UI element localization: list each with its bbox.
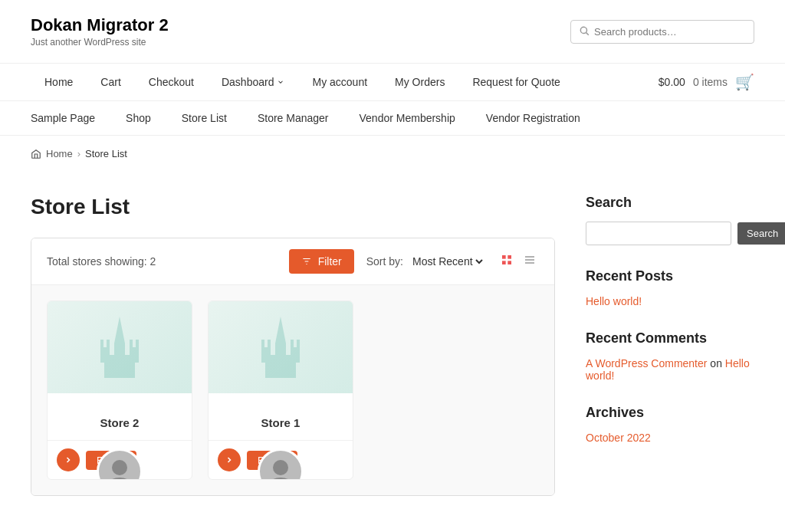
filter-button[interactable]: Filter bbox=[289, 249, 354, 274]
store-list-toolbar: Total stores showing: 2 Filter Sort by: … bbox=[31, 238, 554, 285]
svg-rect-15 bbox=[100, 340, 103, 350]
content-area: Store List Total stores showing: 2 Filte… bbox=[31, 195, 555, 496]
nav-store-manager[interactable]: Store Manager bbox=[242, 101, 344, 135]
nav-my-account[interactable]: My account bbox=[298, 64, 381, 100]
grid-view-toggle[interactable] bbox=[498, 252, 516, 271]
nav-cart[interactable]: Cart bbox=[87, 64, 134, 100]
svg-rect-30 bbox=[275, 343, 286, 378]
sidebar-comment-item: A WordPress Commenter on Hello world! bbox=[586, 357, 754, 382]
secondary-nav: Sample Page Shop Store List Store Manage… bbox=[0, 101, 785, 136]
primary-nav: Home Cart Checkout Dashboard My account … bbox=[0, 64, 785, 101]
store-name: Store 1 bbox=[218, 416, 343, 429]
svg-rect-7 bbox=[502, 261, 506, 264]
sidebar-recent-comments-title: Recent Comments bbox=[586, 330, 754, 346]
nav-my-orders[interactable]: My Orders bbox=[381, 64, 458, 100]
svg-rect-8 bbox=[507, 261, 511, 264]
sidebar-recent-comments: Recent Comments A WordPress Commenter on… bbox=[586, 330, 754, 382]
sidebar-search-input[interactable] bbox=[586, 222, 731, 245]
site-header: Dokan Migrator 2 Just another WordPress … bbox=[0, 0, 785, 64]
list-view-toggle[interactable] bbox=[521, 252, 539, 271]
svg-rect-16 bbox=[107, 340, 110, 350]
store-count: Total stores showing: 2 bbox=[47, 255, 277, 268]
svg-marker-31 bbox=[275, 317, 286, 343]
cart-count: 0 items bbox=[693, 76, 728, 88]
svg-point-21 bbox=[112, 460, 127, 475]
store-arrow-button[interactable] bbox=[57, 448, 80, 471]
svg-point-32 bbox=[273, 460, 288, 475]
sidebar: Search Search Recent Posts Hello world! … bbox=[586, 195, 754, 496]
sidebar-recent-posts: Recent Posts Hello world! bbox=[586, 268, 754, 307]
site-title: Dokan Migrator 2 bbox=[31, 15, 169, 35]
sidebar-recent-posts-title: Recent Posts bbox=[586, 268, 754, 284]
store-list-container: Total stores showing: 2 Filter Sort by: … bbox=[31, 238, 555, 496]
breadcrumb-home[interactable]: Home bbox=[46, 148, 73, 159]
svg-point-33 bbox=[268, 478, 293, 480]
store-card: Store 2 Follow bbox=[47, 300, 192, 480]
nav-home[interactable]: Home bbox=[31, 64, 87, 100]
filter-icon bbox=[301, 256, 312, 267]
chevron-down-icon bbox=[277, 78, 284, 86]
sidebar-archives-title: Archives bbox=[586, 405, 754, 421]
svg-point-0 bbox=[580, 27, 586, 33]
svg-rect-18 bbox=[136, 340, 139, 350]
cart-price: $0.00 bbox=[659, 76, 685, 88]
sidebar-commenter-link[interactable]: A WordPress Commenter bbox=[586, 357, 707, 369]
svg-rect-27 bbox=[268, 340, 271, 350]
sort-area: Sort by: Most Recent bbox=[366, 255, 485, 268]
store-cards: Store 2 Follow bbox=[31, 285, 554, 495]
sort-select[interactable]: Most Recent bbox=[409, 255, 485, 268]
sidebar-recent-post-link[interactable]: Hello world! bbox=[586, 295, 754, 307]
store-card-banner bbox=[209, 301, 353, 393]
breadcrumb-separator: › bbox=[77, 148, 80, 159]
castle-decoration-icon bbox=[242, 309, 319, 386]
store-card: Store 1 Follow bbox=[208, 300, 353, 480]
site-branding: Dokan Migrator 2 Just another WordPress … bbox=[31, 15, 169, 48]
svg-marker-20 bbox=[114, 317, 125, 343]
svg-rect-26 bbox=[261, 340, 264, 350]
sidebar-archive-link[interactable]: October 2022 bbox=[586, 432, 754, 444]
view-toggles bbox=[498, 252, 539, 271]
sidebar-search-form: Search bbox=[586, 222, 754, 245]
store-name: Store 2 bbox=[57, 416, 182, 429]
search-icon bbox=[579, 25, 590, 38]
nav-checkout[interactable]: Checkout bbox=[135, 64, 208, 100]
cart-area: $0.00 0 items 🛒 bbox=[659, 73, 754, 91]
store-card-body: Store 1 bbox=[209, 393, 353, 440]
sidebar-archives: Archives October 2022 bbox=[586, 405, 754, 444]
nav-sample-page[interactable]: Sample Page bbox=[31, 101, 110, 135]
page-title: Store List bbox=[31, 195, 555, 219]
store-arrow-button[interactable] bbox=[218, 448, 241, 471]
nav-vendor-membership[interactable]: Vendor Membership bbox=[344, 101, 471, 135]
svg-point-22 bbox=[107, 478, 132, 480]
svg-rect-5 bbox=[502, 255, 506, 259]
site-tagline: Just another WordPress site bbox=[31, 37, 169, 48]
header-search-input[interactable] bbox=[594, 26, 746, 38]
breadcrumb: Home › Store List bbox=[0, 136, 785, 172]
svg-rect-17 bbox=[130, 340, 133, 350]
svg-rect-19 bbox=[114, 343, 125, 378]
header-search-form bbox=[570, 20, 754, 44]
nav-store-list[interactable]: Store List bbox=[166, 101, 242, 135]
sidebar-search-section: Search Search bbox=[586, 195, 754, 245]
castle-decoration-icon bbox=[81, 309, 158, 386]
sidebar-search-button[interactable]: Search bbox=[737, 222, 785, 245]
arrow-right-icon bbox=[64, 455, 73, 465]
list-icon bbox=[524, 254, 536, 266]
home-icon bbox=[31, 149, 41, 159]
main-content: Store List Total stores showing: 2 Filte… bbox=[0, 172, 785, 519]
svg-line-1 bbox=[586, 32, 589, 34]
svg-rect-28 bbox=[291, 340, 294, 350]
svg-rect-29 bbox=[297, 340, 300, 350]
nav-shop[interactable]: Shop bbox=[110, 101, 166, 135]
nav-dashboard[interactable]: Dashboard bbox=[208, 64, 299, 100]
nav-vendor-registration[interactable]: Vendor Registration bbox=[471, 101, 596, 135]
grid-icon bbox=[501, 254, 513, 266]
arrow-right-icon bbox=[225, 455, 234, 465]
svg-rect-6 bbox=[507, 255, 511, 259]
store-card-banner bbox=[48, 301, 192, 393]
nav-request-quote[interactable]: Request for Quote bbox=[458, 64, 573, 100]
cart-icon[interactable]: 🛒 bbox=[735, 73, 754, 91]
avatar-icon bbox=[104, 456, 135, 480]
sidebar-search-title: Search bbox=[586, 195, 754, 211]
breadcrumb-current: Store List bbox=[85, 148, 127, 159]
